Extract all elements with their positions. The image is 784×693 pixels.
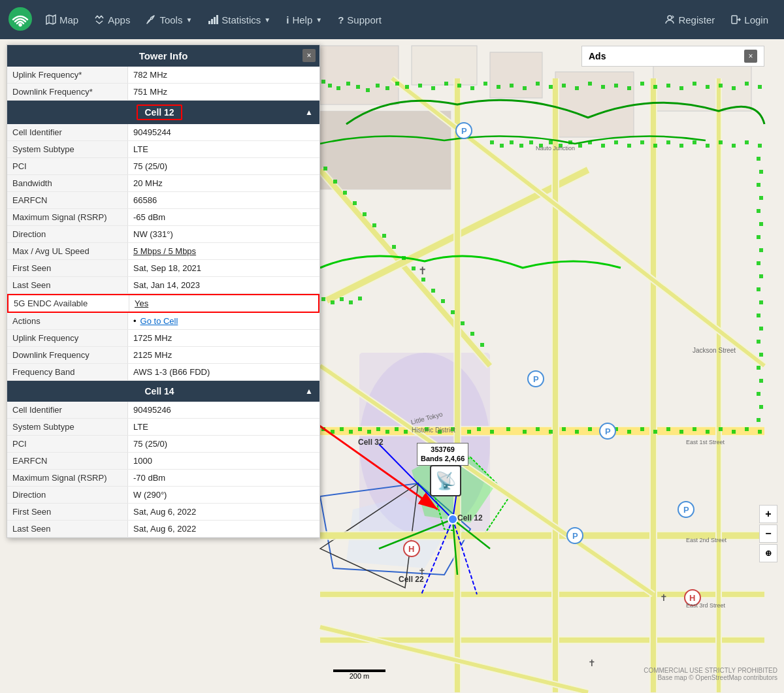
svg-rect-94 [412,266,416,270]
svg-rect-141 [349,300,353,304]
svg-rect-108 [376,427,380,431]
svg-text:Nauto Junction: Nauto Junction [536,145,575,152]
svg-rect-86 [333,180,337,184]
svg-rect-161 [693,140,696,144]
cell12-firstseen-row: First Seen Sat, Sep 18, 2021 [7,260,319,277]
svg-text:H: H [689,593,695,603]
svg-rect-127 [627,430,631,434]
svg-rect-185 [757,392,760,396]
svg-rect-92 [392,245,396,249]
cell12-direction-row: Direction NW (331°) [7,226,319,243]
svg-text:✝: ✝ [660,592,668,603]
svg-rect-124 [588,427,592,431]
svg-rect-136 [745,427,749,431]
cell14-lastseen-row: Last Seen Sat, Aug 6, 2022 [7,521,319,538]
svg-rect-135 [732,430,736,434]
cell12-bandwidth-row: Bandwidth 20 MHz [7,175,319,192]
cell14-collapse[interactable]: ▲ [305,387,313,396]
svg-rect-171 [757,209,760,213]
svg-rect-154 [601,144,605,148]
panel-scroll-area[interactable]: Uplink Frequency* 782 MHz Downlink Frequ… [7,67,319,538]
nav-statistics[interactable]: Statistics ▼ [200,9,278,31]
svg-rect-73 [614,84,618,88]
nav-login[interactable]: Login [723,9,776,31]
svg-text:East 3rd Street: East 3rd Street [686,602,726,609]
svg-rect-60 [444,82,448,86]
nav-tools[interactable]: Tools ▼ [138,9,200,31]
svg-rect-180 [759,327,763,330]
svg-rect-116 [477,427,481,431]
svg-text:Jackson Street: Jackson Street [693,347,736,354]
svg-rect-82 [732,86,736,90]
svg-rect-97 [441,299,445,303]
svg-rect-111 [404,430,408,434]
goto-cell-link[interactable]: Go to Cell [140,316,178,326]
svg-rect-107 [367,430,371,434]
cell12-actions-row: Actions • Go to Cell [7,313,319,330]
svg-rect-158 [653,144,657,148]
nav-apps[interactable]: Apps [86,9,138,31]
cell12-map-label: Cell 12 [457,513,483,523]
svg-rect-176 [759,274,763,278]
nav-support[interactable]: ? Support [330,9,389,31]
svg-rect-129 [653,430,657,434]
svg-text:Historic District: Historic District [412,427,455,434]
svg-rect-119 [523,430,527,434]
svg-rect-172 [759,222,763,226]
svg-rect-62 [470,86,474,90]
svg-rect-131 [679,430,683,434]
svg-rect-12 [320,111,451,189]
zoom-out-button[interactable]: − [759,524,777,543]
svg-rect-166 [758,144,762,148]
svg-rect-58 [418,84,422,88]
svg-rect-174 [759,248,763,252]
nav-map[interactable]: Map [38,9,86,31]
svg-rect-64 [497,85,500,89]
svg-text:East 2nd Street: East 2nd Street [686,537,727,543]
svg-rect-13 [555,72,634,137]
tower-icon[interactable]: 📡 [430,465,461,496]
svg-rect-74 [627,86,631,90]
cell12-ulspeed-row: Max / Avg UL Speed 5 Mbps / 5 Mbps [7,243,319,260]
svg-rect-164 [732,144,736,148]
svg-rect-120 [536,427,540,431]
nav-help[interactable]: i Help ▼ [278,9,330,31]
svg-rect-168 [759,170,763,174]
ads-close-button[interactable]: × [744,50,757,63]
cell14-earfcn-row: EARFCN 1000 [7,453,319,470]
svg-rect-4 [214,17,216,24]
svg-text:P: P [461,126,467,136]
svg-rect-88 [353,201,357,205]
svg-rect-5 [216,15,218,24]
svg-rect-162 [706,144,710,148]
scale-bar: 200 m [333,669,385,680]
cell12-maxsignal-row: Maximum Signal (RSRP) -65 dBm [7,209,319,226]
svg-rect-147 [529,140,533,144]
cell12-earfcn-row: EARFCN 66586 [7,192,319,209]
zoom-locate-button[interactable]: ⊕ [759,544,777,562]
svg-rect-98 [451,310,455,314]
svg-rect-165 [745,140,749,144]
cell12-identifier-row: Cell Identifier 90495244 [7,124,319,141]
panel-header: Tower Info × [7,45,319,67]
svg-rect-155 [614,140,618,144]
svg-rect-81 [719,84,723,88]
svg-rect-59 [431,86,435,90]
svg-rect-109 [385,430,389,434]
svg-rect-100 [470,332,474,336]
svg-rect-186 [759,405,763,409]
svg-rect-75 [640,82,644,86]
svg-rect-71 [588,82,592,86]
cell14-identifier-row: Cell Identifier 90495246 [7,402,319,419]
cell12-collapse[interactable]: ▲ [305,108,313,117]
zoom-in-button[interactable]: + [759,505,777,523]
panel-close-button[interactable]: × [302,49,316,62]
svg-rect-140 [340,297,344,301]
svg-rect-90 [372,223,376,227]
nav-logo [8,7,33,33]
nav-register[interactable]: Register [657,9,723,31]
svg-rect-106 [358,427,362,431]
svg-rect-69 [562,84,566,88]
cell12-pci-row: PCI 75 (25/0) [7,158,319,175]
svg-rect-122 [562,427,566,431]
